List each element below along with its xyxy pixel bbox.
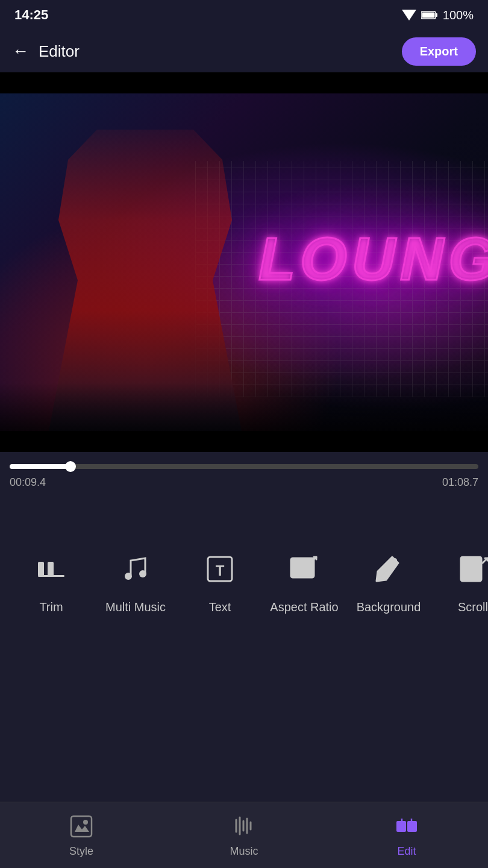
status-bar: 14:25 100% — [0, 0, 488, 30]
svg-rect-2 — [436, 13, 437, 17]
trim-icon — [28, 546, 74, 592]
trim-label: Trim — [39, 600, 63, 614]
style-nav-icon — [67, 813, 95, 840]
video-preview: LOUNG — [0, 93, 488, 431]
edit-nav-label: Edit — [397, 845, 416, 858]
svg-rect-11 — [291, 558, 314, 577]
svg-point-7 — [125, 573, 132, 580]
total-time: 01:08.7 — [442, 476, 478, 489]
timeline-times: 00:09.4 01:08.7 — [10, 476, 478, 489]
scroll-icon: T — [450, 546, 488, 592]
battery-percent: 100% — [443, 8, 474, 22]
music-nav-label: Music — [230, 845, 258, 858]
video-bottom-overlay — [0, 383, 488, 431]
timeline-thumb[interactable] — [65, 461, 76, 472]
tools-area: Trim Multi Music T Text — [0, 518, 488, 639]
tool-text[interactable]: T Text — [181, 546, 259, 614]
svg-point-8 — [139, 570, 146, 577]
nav-edit[interactable]: Edit — [358, 813, 455, 858]
background-icon — [366, 546, 411, 592]
tool-background[interactable]: Background — [349, 546, 428, 614]
svg-text:T: T — [216, 562, 225, 578]
back-button[interactable]: ← — [12, 42, 29, 61]
svg-point-12 — [392, 558, 397, 563]
wifi-icon — [402, 10, 416, 20]
aspect-ratio-icon — [281, 546, 327, 592]
multi-music-label: Multi Music — [105, 600, 166, 614]
aspect-ratio-label: Aspect Ratio — [270, 600, 338, 614]
video-container: LOUNG — [0, 72, 488, 452]
status-time: 14:25 — [14, 7, 48, 23]
style-nav-label: Style — [69, 845, 93, 858]
svg-rect-23 — [396, 821, 406, 832]
current-time: 00:09.4 — [10, 476, 46, 489]
neon-lounge-text: LOUNG — [258, 224, 488, 294]
scroll-label: Scroll — [458, 600, 488, 614]
svg-rect-4 — [38, 562, 44, 576]
tool-multi-music[interactable]: Multi Music — [96, 546, 175, 614]
background-label: Background — [357, 600, 421, 614]
music-nav-icon — [230, 813, 258, 840]
tools-scroll: Trim Multi Music T Text — [0, 546, 488, 614]
svg-rect-16 — [71, 816, 92, 837]
text-tool-icon: T — [197, 546, 243, 592]
header-left: ← Editor — [12, 42, 80, 61]
tool-scroll[interactable]: T Scroll — [434, 546, 488, 614]
multi-music-icon — [113, 546, 158, 592]
nav-style[interactable]: Style — [33, 813, 130, 858]
page-title: Editor — [39, 42, 80, 61]
svg-marker-0 — [402, 10, 416, 20]
timeline-track[interactable] — [10, 464, 478, 469]
header: ← Editor Export — [0, 30, 488, 72]
edit-nav-icon — [393, 813, 421, 840]
nav-music[interactable]: Music — [196, 813, 292, 858]
svg-rect-6 — [38, 575, 64, 577]
svg-rect-5 — [48, 562, 54, 576]
svg-rect-24 — [407, 821, 417, 832]
tool-trim[interactable]: Trim — [12, 546, 90, 614]
status-icons: 100% — [402, 8, 474, 22]
bottom-nav: Style Music Edit — [0, 802, 488, 868]
export-button[interactable]: Export — [402, 37, 476, 66]
svg-text:T: T — [469, 563, 477, 576]
svg-rect-3 — [422, 13, 434, 18]
svg-point-17 — [83, 820, 88, 825]
text-label: Text — [209, 600, 231, 614]
battery-icon — [421, 10, 438, 20]
timeline-area: 00:09.4 01:08.7 — [0, 452, 488, 518]
video-scene: LOUNG — [0, 93, 488, 431]
tool-aspect-ratio[interactable]: Aspect Ratio — [265, 546, 343, 614]
